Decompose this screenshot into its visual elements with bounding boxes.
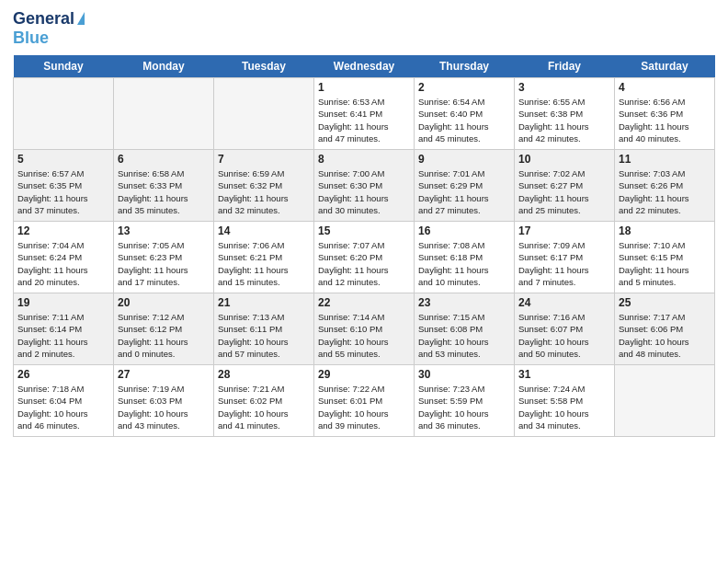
day-info-text: and 55 minutes. bbox=[318, 348, 410, 360]
day-info-text: and 34 minutes. bbox=[518, 419, 610, 431]
logo: General Blue bbox=[13, 9, 85, 48]
calendar-cell: 5Sunrise: 6:57 AMSunset: 6:35 PMDaylight… bbox=[14, 150, 114, 222]
day-info-text: and 57 minutes. bbox=[218, 348, 310, 360]
day-info-text: Sunrise: 6:54 AM bbox=[418, 96, 510, 108]
day-info-text: and 53 minutes. bbox=[418, 348, 510, 360]
calendar-cell: 17Sunrise: 7:09 AMSunset: 6:17 PMDayligh… bbox=[515, 222, 615, 293]
day-info-text: Sunrise: 7:06 AM bbox=[218, 239, 310, 251]
day-info-text: Sunrise: 6:55 AM bbox=[518, 96, 610, 108]
day-info-text: Sunrise: 7:12 AM bbox=[118, 311, 210, 323]
day-info-text: Sunset: 6:08 PM bbox=[418, 323, 510, 335]
day-info-text: Sunset: 5:58 PM bbox=[518, 395, 610, 407]
day-info-text: Daylight: 11 hours bbox=[17, 336, 109, 348]
day-info-text: Sunrise: 7:01 AM bbox=[418, 167, 510, 179]
day-info-text: Daylight: 11 hours bbox=[619, 192, 711, 204]
week-row-4: 19Sunrise: 7:11 AMSunset: 6:14 PMDayligh… bbox=[14, 293, 715, 365]
day-info-text: Sunset: 6:10 PM bbox=[318, 323, 410, 335]
day-number: 1 bbox=[318, 81, 410, 94]
day-info-text: Daylight: 11 hours bbox=[17, 264, 109, 276]
calendar-cell: 22Sunrise: 7:14 AMSunset: 6:10 PMDayligh… bbox=[314, 293, 415, 365]
day-info-text: Sunrise: 7:14 AM bbox=[318, 311, 410, 323]
day-info-text: Sunrise: 6:58 AM bbox=[118, 167, 210, 179]
day-number: 5 bbox=[17, 153, 109, 166]
day-info-text: Sunset: 6:38 PM bbox=[518, 108, 610, 120]
day-info-text: Sunset: 6:36 PM bbox=[619, 108, 711, 120]
calendar-cell bbox=[214, 78, 314, 150]
day-info-text: Daylight: 11 hours bbox=[218, 192, 310, 204]
day-info-text: Daylight: 11 hours bbox=[118, 264, 210, 276]
day-info-text: and 46 minutes. bbox=[17, 419, 109, 431]
calendar-cell: 27Sunrise: 7:19 AMSunset: 6:03 PMDayligh… bbox=[114, 365, 214, 437]
day-info-text: Sunset: 6:35 PM bbox=[17, 179, 109, 191]
day-number: 17 bbox=[518, 224, 610, 237]
calendar-cell: 6Sunrise: 6:58 AMSunset: 6:33 PMDaylight… bbox=[114, 150, 214, 222]
calendar-cell: 1Sunrise: 6:53 AMSunset: 6:41 PMDaylight… bbox=[314, 78, 415, 150]
day-info-text: and 37 minutes. bbox=[17, 204, 109, 216]
day-info-text: Daylight: 11 hours bbox=[318, 192, 410, 204]
day-number: 10 bbox=[518, 153, 610, 166]
day-number: 6 bbox=[118, 153, 210, 166]
day-info-text: and 27 minutes. bbox=[418, 204, 510, 216]
day-info-text: Sunset: 6:15 PM bbox=[619, 251, 711, 263]
calendar-cell: 18Sunrise: 7:10 AMSunset: 6:15 PMDayligh… bbox=[615, 222, 715, 293]
day-header-tuesday: Tuesday bbox=[214, 55, 314, 78]
calendar-cell: 25Sunrise: 7:17 AMSunset: 6:06 PMDayligh… bbox=[615, 293, 715, 365]
day-info-text: Daylight: 10 hours bbox=[418, 408, 510, 419]
day-number: 16 bbox=[418, 224, 510, 237]
day-info-text: Daylight: 10 hours bbox=[619, 336, 711, 348]
day-header-monday: Monday bbox=[114, 55, 214, 78]
day-number: 12 bbox=[17, 224, 109, 237]
day-info-text: and 43 minutes. bbox=[118, 419, 210, 431]
day-number: 3 bbox=[518, 81, 610, 94]
day-info-text: Daylight: 11 hours bbox=[518, 121, 610, 132]
day-info-text: Sunset: 6:17 PM bbox=[518, 251, 610, 263]
calendar-cell: 30Sunrise: 7:23 AMSunset: 5:59 PMDayligh… bbox=[415, 365, 515, 437]
days-header-row: SundayMondayTuesdayWednesdayThursdayFrid… bbox=[14, 55, 715, 78]
calendar-cell: 26Sunrise: 7:18 AMSunset: 6:04 PMDayligh… bbox=[14, 365, 114, 437]
day-info-text: Sunrise: 6:57 AM bbox=[17, 167, 109, 179]
day-info-text: Sunset: 6:01 PM bbox=[318, 395, 410, 407]
logo-blue: Blue bbox=[13, 29, 49, 47]
day-info-text: and 48 minutes. bbox=[619, 348, 711, 360]
day-info-text: Daylight: 11 hours bbox=[17, 192, 109, 204]
day-info-text: and 7 minutes. bbox=[518, 276, 610, 288]
day-info-text: Sunrise: 7:04 AM bbox=[17, 239, 109, 251]
day-info-text: Daylight: 11 hours bbox=[118, 192, 210, 204]
day-info-text: and 25 minutes. bbox=[518, 204, 610, 216]
day-info-text: and 45 minutes. bbox=[418, 132, 510, 144]
day-info-text: and 12 minutes. bbox=[318, 276, 410, 288]
day-info-text: Sunset: 6:40 PM bbox=[418, 108, 510, 120]
day-info-text: Sunrise: 7:00 AM bbox=[318, 167, 410, 179]
day-info-text: Sunrise: 7:11 AM bbox=[17, 311, 109, 323]
calendar-cell bbox=[14, 78, 114, 150]
day-header-wednesday: Wednesday bbox=[314, 55, 415, 78]
day-info-text: Daylight: 11 hours bbox=[318, 264, 410, 276]
day-info-text: Daylight: 11 hours bbox=[418, 121, 510, 132]
week-row-2: 5Sunrise: 6:57 AMSunset: 6:35 PMDaylight… bbox=[14, 150, 715, 222]
day-info-text: Daylight: 11 hours bbox=[418, 264, 510, 276]
logo-triangle-icon bbox=[77, 12, 85, 25]
day-info-text: Sunset: 6:26 PM bbox=[619, 179, 711, 191]
day-info-text: Sunset: 6:21 PM bbox=[218, 251, 310, 263]
day-number: 31 bbox=[518, 368, 610, 381]
calendar-cell: 2Sunrise: 6:54 AMSunset: 6:40 PMDaylight… bbox=[415, 78, 515, 150]
day-info-text: Daylight: 10 hours bbox=[17, 408, 109, 419]
calendar-cell: 15Sunrise: 7:07 AMSunset: 6:20 PMDayligh… bbox=[314, 222, 415, 293]
calendar-cell: 24Sunrise: 7:16 AMSunset: 6:07 PMDayligh… bbox=[515, 293, 615, 365]
day-number: 21 bbox=[218, 296, 310, 309]
calendar-cell: 3Sunrise: 6:55 AMSunset: 6:38 PMDaylight… bbox=[515, 78, 615, 150]
day-number: 30 bbox=[418, 368, 510, 381]
calendar-cell: 14Sunrise: 7:06 AMSunset: 6:21 PMDayligh… bbox=[214, 222, 314, 293]
day-info-text: Sunrise: 7:17 AM bbox=[619, 311, 711, 323]
calendar-cell: 29Sunrise: 7:22 AMSunset: 6:01 PMDayligh… bbox=[314, 365, 415, 437]
day-number: 9 bbox=[418, 153, 510, 166]
day-info-text: and 40 minutes. bbox=[619, 132, 711, 144]
day-info-text: Sunrise: 7:15 AM bbox=[418, 311, 510, 323]
day-number: 23 bbox=[418, 296, 510, 309]
calendar-cell bbox=[615, 365, 715, 437]
calendar-cell: 13Sunrise: 7:05 AMSunset: 6:23 PMDayligh… bbox=[114, 222, 214, 293]
calendar-cell: 23Sunrise: 7:15 AMSunset: 6:08 PMDayligh… bbox=[415, 293, 515, 365]
day-info-text: Daylight: 11 hours bbox=[518, 264, 610, 276]
day-info-text: Sunset: 6:12 PM bbox=[118, 323, 210, 335]
calendar-container: General Blue SundayMondayTuesdayWednesda… bbox=[0, 0, 728, 446]
